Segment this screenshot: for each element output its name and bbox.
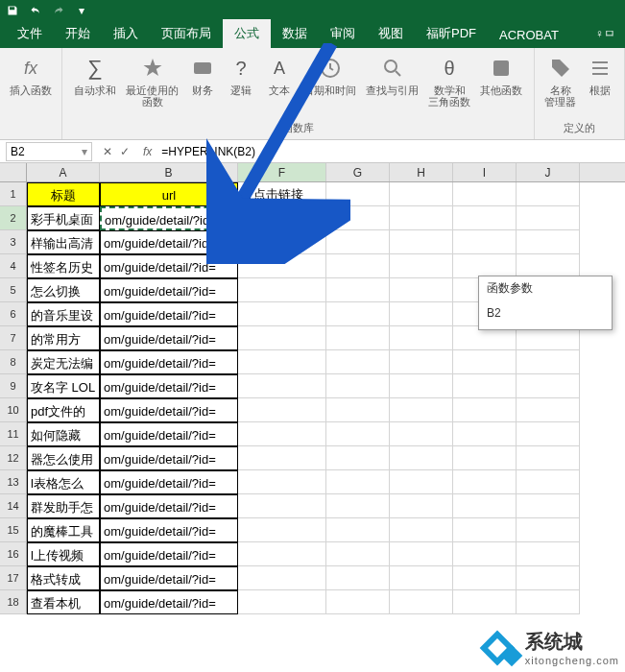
cell-G2[interactable] [326,206,390,230]
cell-G6[interactable] [326,302,390,326]
text-button[interactable]: A文本 [261,52,298,109]
tab-data[interactable]: 数据 [271,19,319,48]
cell-B14[interactable]: om/guide/detail/?id= [100,494,238,518]
cell-A12[interactable]: 器怎么使用 [27,446,100,470]
other-fn-button[interactable]: 其他函数 [476,52,526,109]
undo-icon[interactable] [29,4,42,17]
cell-H18[interactable] [390,590,453,614]
autosum-button[interactable]: ∑自动求和 [70,52,120,109]
cell-I15[interactable] [453,518,517,542]
cell-G10[interactable] [326,398,390,422]
tab-insert[interactable]: 插入 [102,19,150,48]
cell-A16[interactable]: l上传视频 [27,542,100,566]
cell-H15[interactable] [390,518,453,542]
cell-F12[interactable] [238,446,326,470]
cell-F13[interactable] [238,470,326,494]
tab-help[interactable]: ♀ㅁ [586,20,625,48]
cell-H2[interactable] [390,206,453,230]
row-16[interactable]: 16 [0,542,27,566]
cell-I8[interactable] [453,350,517,374]
cell-I14[interactable] [453,494,517,518]
row-18[interactable]: 18 [0,590,27,614]
cell-G9[interactable] [326,374,390,398]
math-button[interactable]: θ数学和 三角函数 [424,52,474,109]
cell-F16[interactable] [238,542,326,566]
row-4[interactable]: 4 [0,254,27,278]
cell-F10[interactable] [238,398,326,422]
from-selection-button[interactable]: 根据 [582,52,618,109]
cell-F2[interactable]: RLINK(B2) [238,206,326,230]
cell-F17[interactable] [238,566,326,590]
cell-B18[interactable]: om/guide/detail/?id= [100,590,238,614]
cell-I9[interactable] [453,374,517,398]
cell-B1[interactable]: url [100,182,238,206]
row-8[interactable]: 8 [0,350,27,374]
name-manager-button[interactable]: 名称 管理器 [541,52,580,109]
cell-B4[interactable]: om/guide/detail/?id= [100,254,238,278]
cell-J13[interactable] [517,470,580,494]
cell-B10[interactable]: om/guide/detail/?id= [100,398,238,422]
cell-G14[interactable] [326,494,390,518]
tab-view[interactable]: 视图 [367,19,415,48]
cell-G17[interactable] [326,566,390,590]
cell-B16[interactable]: om/guide/detail/?id= [100,542,238,566]
tab-acrobat[interactable]: ACROBAT [488,22,570,48]
cell-J3[interactable] [517,230,580,254]
cell-F4[interactable] [238,254,326,278]
cell-G11[interactable] [326,422,390,446]
cell-I16[interactable] [453,542,517,566]
cell-A9[interactable]: 攻名字 LOL [27,374,100,398]
logical-button[interactable]: ?逻辑 [223,52,259,109]
cell-H12[interactable] [390,446,453,470]
cell-I13[interactable] [453,470,517,494]
cell-G3[interactable] [326,230,390,254]
cell-I17[interactable] [453,566,517,590]
name-box[interactable]: B2 ▾ [6,142,92,161]
col-F[interactable]: F [238,163,326,181]
cell-A11[interactable]: 如何隐藏 [27,422,100,446]
cell-F6[interactable] [238,302,326,326]
cell-I3[interactable] [453,230,517,254]
col-A[interactable]: A [27,163,100,181]
cell-G15[interactable] [326,518,390,542]
cell-F11[interactable] [238,422,326,446]
cell-J16[interactable] [517,542,580,566]
cell-F18[interactable] [238,590,326,614]
select-all-corner[interactable] [0,163,27,181]
cell-H14[interactable] [390,494,453,518]
cell-H3[interactable] [390,230,453,254]
cell-H7[interactable] [390,326,453,350]
row-2[interactable]: 2 [0,206,27,230]
cell-A3[interactable]: 样输出高清 [27,230,100,254]
insert-function-button[interactable]: fx 插入函数 [6,52,56,98]
tab-layout[interactable]: 页面布局 [150,19,223,48]
col-I[interactable]: I [453,163,517,181]
row-6[interactable]: 6 [0,302,27,326]
cell-J1[interactable] [517,182,580,206]
row-17[interactable]: 17 [0,566,27,590]
cell-G8[interactable] [326,350,390,374]
cell-J10[interactable] [517,398,580,422]
cell-A1[interactable]: 标题 [27,182,100,206]
cell-F7[interactable] [238,326,326,350]
cell-B17[interactable]: om/guide/detail/?id= [100,566,238,590]
row-14[interactable]: 14 [0,494,27,518]
cell-H13[interactable] [390,470,453,494]
cancel-icon[interactable]: ✕ [103,145,112,158]
row-7[interactable]: 7 [0,326,27,350]
cell-F9[interactable] [238,374,326,398]
cell-H1[interactable] [390,182,453,206]
cell-B3[interactable]: om/guide/detail/?id= [100,230,238,254]
cell-B13[interactable]: om/guide/detail/?id= [100,470,238,494]
cell-F3[interactable] [238,230,326,254]
row-12[interactable]: 12 [0,446,27,470]
cell-I10[interactable] [453,398,517,422]
cell-B2[interactable]: om/guide/detail/?id= [100,206,238,230]
grid[interactable]: 1标题url可点击链接2彩手机桌面om/guide/detail/?id=RLI… [0,182,625,614]
cell-B9[interactable]: om/guide/detail/?id= [100,374,238,398]
chevron-down-icon[interactable]: ▾ [82,145,87,158]
cell-B15[interactable]: om/guide/detail/?id= [100,518,238,542]
row-15[interactable]: 15 [0,518,27,542]
cell-A7[interactable]: 的常用方 [27,326,100,350]
row-11[interactable]: 11 [0,422,27,446]
